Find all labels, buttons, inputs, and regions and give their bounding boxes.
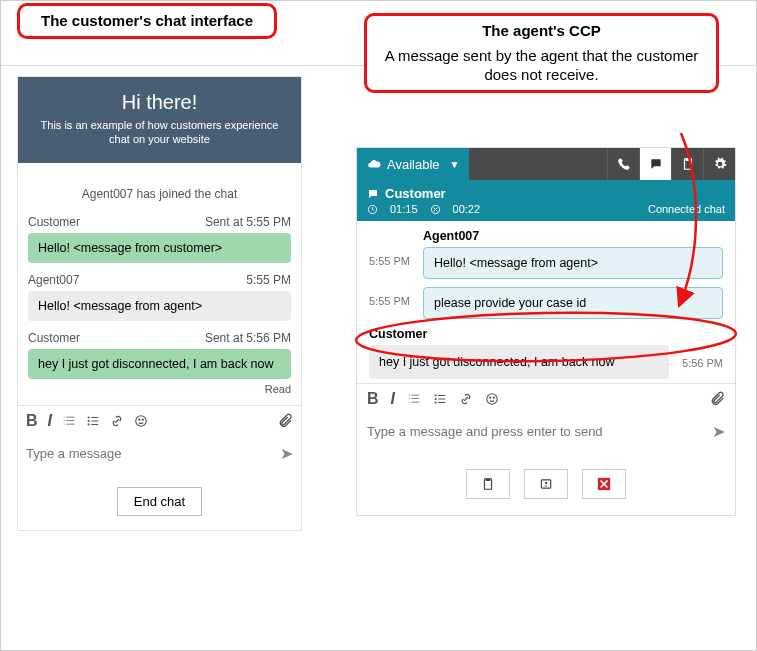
send-icon[interactable]: ➤ (280, 444, 293, 463)
customer-message-bubble: Hello! <message from customer> (28, 233, 291, 263)
unordered-list-icon[interactable] (433, 392, 447, 406)
customer-message-bubble: hey I just got disconnected, I am back n… (28, 349, 291, 379)
tab-settings[interactable] (703, 148, 735, 180)
italic-icon[interactable]: I (391, 390, 395, 408)
chat-icon (367, 188, 379, 200)
agent-ccp-panel: Available ▼ Customer 0 (356, 147, 736, 516)
agent-status-label: Available (387, 157, 440, 172)
customer-chat-header: Hi there! This is an example of how cust… (18, 77, 301, 163)
customer-message-bubble: hey I just got disconnected, I am back n… (369, 345, 669, 379)
svg-point-1 (88, 420, 90, 422)
sender-label: Customer (28, 331, 80, 345)
end-chat-button[interactable]: End chat (117, 487, 202, 516)
message-header: Customer Sent at 5:55 PM (28, 215, 291, 229)
customer-message-row: hey I just got disconnected, I am back n… (369, 345, 723, 379)
timer-idle: 00:22 (453, 203, 481, 215)
time-label: 5:55 PM (246, 273, 291, 287)
clipboard-button[interactable] (466, 469, 510, 499)
svg-point-4 (139, 419, 140, 420)
message-header: Customer Sent at 5:56 PM (28, 331, 291, 345)
italic-icon[interactable]: I (48, 412, 52, 430)
agent-message-row: 5:55 PM please provide your case id (369, 287, 723, 319)
bold-icon[interactable]: B (367, 390, 379, 408)
cloud-icon (367, 157, 381, 171)
callout-customer-chat: The customer's chat interface (17, 3, 277, 39)
timestamp: 5:55 PM (369, 287, 415, 307)
callout-subtext: A message sent by the agent that the cus… (383, 47, 700, 85)
message-header: Agent007 5:55 PM (28, 273, 291, 287)
svg-point-9 (435, 394, 437, 396)
link-icon[interactable] (110, 414, 124, 428)
ccp-message-input[interactable] (367, 418, 712, 445)
customer-header-title: Hi there! (34, 91, 285, 114)
attachment-icon[interactable] (709, 391, 725, 407)
attachment-icon[interactable] (277, 413, 293, 429)
svg-point-3 (136, 415, 147, 426)
clock-icon (367, 204, 378, 215)
timestamp: 5:55 PM (369, 247, 415, 267)
link-icon[interactable] (459, 392, 473, 406)
send-icon[interactable]: ➤ (712, 422, 725, 441)
unordered-list-icon[interactable] (86, 414, 100, 428)
agent-message-bubble: Hello! <message from agent> (28, 291, 291, 321)
contact-card-button[interactable] (524, 469, 568, 499)
svg-point-10 (435, 398, 437, 400)
svg-point-2 (88, 423, 90, 425)
time-label: Sent at 5:56 PM (205, 331, 291, 345)
time-label: Sent at 5:55 PM (205, 215, 291, 229)
callout-agent-ccp: The agent's CCP A message sent by the ag… (364, 13, 719, 93)
agent-name-label: Agent007 (423, 229, 723, 243)
svg-point-11 (435, 401, 437, 403)
customer-header-sub: This is an example of how customers expe… (34, 118, 285, 147)
contact-name: Customer (385, 186, 446, 201)
emoji-icon[interactable] (134, 414, 148, 428)
ccp-conversation-bar[interactable]: Customer 01:15 00:22 Connected chat (357, 180, 735, 221)
customer-chat-body: Agent007 has joined the chat Customer Se… (18, 163, 301, 405)
emoji-icon[interactable] (485, 392, 499, 406)
ordered-list-icon[interactable] (62, 414, 76, 428)
read-receipt: Read (28, 383, 291, 395)
svg-point-5 (142, 419, 143, 420)
end-contact-button[interactable] (582, 469, 626, 499)
timestamp: 5:56 PM (677, 345, 723, 369)
customer-input-row: ➤ (18, 436, 301, 477)
customer-message-input[interactable] (26, 440, 280, 467)
ccp-format-toolbar: B I (357, 383, 735, 414)
agent-message-bubble-highlighted: please provide your case id (423, 287, 723, 319)
sender-label: Customer (28, 215, 80, 229)
chevron-down-icon: ▼ (450, 159, 460, 170)
sender-label: Agent007 (28, 273, 79, 287)
svg-point-0 (88, 416, 90, 418)
svg-point-13 (490, 397, 491, 398)
customer-chat-widget: Hi there! This is an example of how cust… (17, 76, 302, 531)
connection-status: Connected chat (648, 203, 725, 215)
join-message: Agent007 has joined the chat (28, 187, 291, 201)
ccp-input-row: ➤ (357, 414, 735, 459)
agent-message-row: 5:55 PM Hello! <message from agent> (369, 247, 723, 279)
tab-phone[interactable] (607, 148, 639, 180)
ccp-action-bar (357, 459, 735, 515)
callout-text: The customer's chat interface (41, 12, 253, 29)
hourglass-icon (430, 204, 441, 215)
agent-message-bubble: Hello! <message from agent> (423, 247, 723, 279)
ordered-list-icon[interactable] (407, 392, 421, 406)
customer-name-label: Customer (369, 327, 723, 341)
callout-title: The agent's CCP (482, 22, 601, 39)
ccp-body: Agent007 5:55 PM Hello! <message from ag… (357, 221, 735, 383)
end-chat-row: End chat (18, 477, 301, 530)
tab-tasks[interactable] (671, 148, 703, 180)
agent-status-selector[interactable]: Available ▼ (357, 148, 469, 180)
svg-point-14 (493, 397, 494, 398)
tab-chat[interactable] (639, 148, 671, 180)
svg-point-17 (545, 482, 547, 484)
bold-icon[interactable]: B (26, 412, 38, 430)
timer-total: 01:15 (390, 203, 418, 215)
customer-format-toolbar: B I (18, 405, 301, 436)
ccp-top-bar: Available ▼ (357, 148, 735, 180)
svg-point-12 (487, 394, 498, 405)
